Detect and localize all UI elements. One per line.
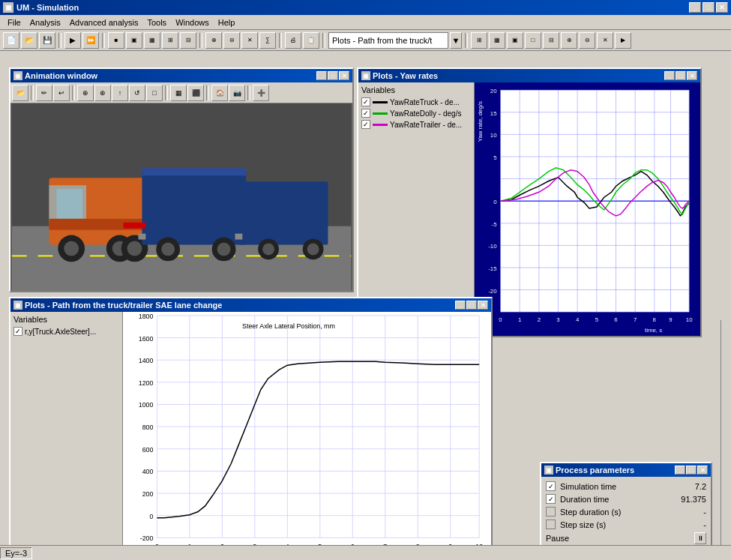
app-icon: ▣ [3, 2, 13, 13]
tb-new[interactable]: 📄 [3, 32, 19, 49]
yaw-minimize[interactable]: _ [664, 71, 675, 80]
anim-cam[interactable]: 📷 [229, 85, 245, 101]
yaw-svg: 20 15 10 5 0 -5 -10 -15 -20 0 1 2 3 4 5 [475, 82, 700, 336]
svg-text:8: 8 [653, 316, 657, 323]
tb-sep4 [279, 33, 282, 48]
tb-play[interactable]: ▶ [64, 32, 81, 49]
tb-b2[interactable]: ▣ [126, 32, 142, 49]
right-scrollbar[interactable] [721, 320, 731, 545]
close-button[interactable]: ✕ [716, 2, 728, 13]
anim-home[interactable]: 🏠 [211, 85, 228, 101]
var-check-truck[interactable]: ✓ [361, 97, 370, 106]
menu-analysis[interactable]: Analysis [25, 16, 65, 28]
tb-b1[interactable]: ■ [108, 32, 124, 49]
anim-minimize[interactable]: _ [316, 71, 327, 80]
tb-b11[interactable]: 📋 [303, 32, 319, 49]
svg-point-16 [161, 243, 175, 256]
tb-b3[interactable]: ▦ [144, 32, 160, 49]
path-minimize[interactable]: _ [455, 301, 466, 310]
svg-text:5: 5 [493, 154, 497, 161]
proc-minimize[interactable]: _ [675, 466, 685, 475]
anim-3d[interactable]: ▦ [170, 85, 187, 101]
status-text: Ey=-3 [0, 547, 32, 559]
anim-zoom[interactable]: ⊕ [77, 85, 94, 101]
path-content: Variables ✓ r,y[Truck.AxleSteer]... [10, 312, 491, 560]
anim-move[interactable]: ⊕ [94, 85, 111, 101]
proc-check-duration[interactable]: ✓ [546, 494, 556, 504]
tb-dropdown-arrow[interactable]: ▼ [450, 32, 462, 49]
anim-add[interactable]: ➕ [253, 85, 269, 101]
pause-button[interactable]: ⏸ [694, 532, 706, 544]
path-var-check[interactable]: ✓ [13, 327, 22, 336]
tb-c7[interactable]: ⊖ [579, 32, 595, 49]
tb-c4[interactable]: □ [525, 32, 541, 49]
anim-reset[interactable]: □ [146, 85, 163, 101]
tb-c5[interactable]: ⊟ [543, 32, 559, 49]
menu-windows[interactable]: Windows [171, 16, 214, 28]
tb-b6[interactable]: ⊕ [205, 32, 222, 49]
minimize-button[interactable]: _ [689, 2, 701, 13]
anim-win-icon: ▣ [13, 71, 22, 80]
menu-help[interactable]: Help [214, 16, 240, 28]
anim-wire[interactable]: ⬛ [187, 85, 204, 101]
tb-c9[interactable]: ▶ [615, 32, 631, 49]
menu-advanced[interactable]: Advanced analysis [65, 16, 143, 28]
path-vars-label: Variables [13, 315, 119, 324]
tb-b5[interactable]: ⊟ [180, 32, 196, 49]
anim-sep4 [206, 85, 209, 100]
svg-text:800: 800 [142, 424, 154, 431]
yaw-win-icon: ▣ [361, 71, 370, 80]
proc-check-sim-time[interactable]: ✓ [546, 481, 556, 491]
proc-close[interactable]: ✕ [697, 466, 708, 475]
tb-c6[interactable]: ⊕ [561, 32, 577, 49]
app-title: UM - Simulation [16, 3, 79, 12]
path-window-title: ▣ Plots - Path from the truck/trailer SA… [10, 298, 491, 312]
tb-c8[interactable]: ✕ [597, 32, 613, 49]
anim-draw[interactable]: ✏ [36, 85, 52, 101]
tb-b7[interactable]: ⊖ [223, 32, 240, 49]
anim-rotate[interactable]: ↑ [112, 85, 128, 101]
yaw-vars-label: Variables [361, 85, 471, 94]
path-maximize[interactable]: □ [466, 301, 477, 310]
path-close[interactable]: ✕ [478, 301, 488, 310]
svg-text:1200: 1200 [139, 379, 154, 387]
anim-spin[interactable]: ↺ [129, 85, 145, 101]
tb-open[interactable]: 📂 [21, 32, 37, 49]
svg-text:-200: -200 [140, 535, 154, 542]
tb-sep2 [102, 33, 105, 48]
var-item-truck: ✓ YawRateTruck - de... [361, 97, 471, 106]
tb-b10[interactable]: 🖨 [285, 32, 301, 49]
anim-close[interactable]: ✕ [339, 71, 349, 80]
svg-text:10: 10 [490, 132, 497, 139]
svg-point-21 [262, 244, 274, 256]
proc-check-step-size[interactable] [546, 520, 556, 529]
yaw-window-title: ▣ Plots - Yaw rates _ □ ✕ [358, 69, 700, 82]
tb-c2[interactable]: ▦ [489, 32, 505, 49]
svg-rect-25 [235, 234, 242, 240]
anim-sep1 [31, 85, 34, 100]
tb-sep3 [199, 33, 202, 48]
tb-step[interactable]: ⏩ [82, 32, 99, 49]
yaw-maximize[interactable]: □ [676, 71, 686, 80]
menu-file[interactable]: File [3, 16, 25, 28]
yaw-close[interactable]: ✕ [687, 71, 697, 80]
anim-maximize[interactable]: □ [328, 71, 338, 80]
maximize-button[interactable]: □ [703, 2, 715, 13]
proc-check-step-duration[interactable] [546, 507, 556, 517]
anim-open[interactable]: 📂 [12, 85, 28, 101]
anim-undo[interactable]: ↩ [53, 85, 70, 101]
svg-point-12 [127, 241, 142, 256]
menu-tools[interactable]: Tools [142, 16, 171, 28]
tb-plot-dropdown[interactable]: Plots - Path from the truck/t [328, 32, 448, 49]
tb-b8[interactable]: ✕ [241, 32, 258, 49]
var-check-dolly[interactable]: ✓ [361, 109, 370, 118]
tb-b9[interactable]: ∑ [259, 32, 276, 49]
tb-c3[interactable]: ▣ [507, 32, 523, 49]
proc-maximize[interactable]: □ [686, 466, 697, 475]
tb-b4[interactable]: ⊞ [162, 32, 178, 49]
tb-c1[interactable]: ⊞ [471, 32, 487, 49]
path-win-icon: ▣ [13, 301, 22, 310]
var-check-trailer[interactable]: ✓ [361, 120, 370, 129]
anim-sep5 [247, 85, 250, 100]
tb-save[interactable]: 💾 [39, 32, 55, 49]
